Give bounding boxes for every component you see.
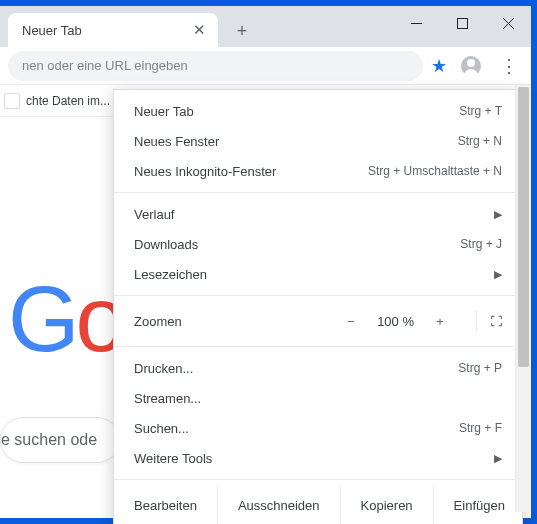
menu-item-downloads[interactable]: Downloads Strg + J bbox=[114, 229, 522, 259]
toolbar-right: ★ ⋮ bbox=[431, 52, 523, 80]
bookmark-item[interactable]: chte Daten im... bbox=[26, 94, 110, 108]
tab-title: Neuer Tab bbox=[22, 23, 82, 38]
cut-button[interactable]: Ausschneiden bbox=[217, 486, 340, 524]
profile-avatar-icon[interactable] bbox=[461, 56, 481, 76]
window-close-button[interactable] bbox=[485, 7, 531, 39]
browser-window: Neuer Tab ✕ + nen oder eine URL eingeben… bbox=[0, 6, 531, 518]
copy-button[interactable]: Kopieren bbox=[340, 486, 433, 524]
maximize-button[interactable] bbox=[439, 7, 485, 39]
paste-button[interactable]: Einfügen bbox=[433, 486, 525, 524]
scrollbar-thumb[interactable] bbox=[518, 87, 529, 367]
menu-item-history[interactable]: Verlauf ▶ bbox=[114, 199, 522, 229]
address-bar[interactable]: nen oder eine URL eingeben bbox=[8, 51, 423, 81]
menu-item-new-window[interactable]: Neues Fenster Strg + N bbox=[114, 126, 522, 156]
chevron-right-icon: ▶ bbox=[494, 208, 502, 221]
omnibox-text: nen oder eine URL eingeben bbox=[22, 58, 188, 73]
scrollbar-vertical[interactable] bbox=[515, 85, 531, 512]
menu-item-new-incognito[interactable]: Neues Inkognito-Fenster Strg + Umschaltt… bbox=[114, 156, 522, 186]
search-text: e suchen ode bbox=[1, 431, 97, 449]
bookmark-favicon-icon bbox=[4, 93, 20, 109]
svg-rect-1 bbox=[457, 18, 467, 28]
tab-active[interactable]: Neuer Tab ✕ bbox=[8, 13, 218, 47]
bookmark-star-icon[interactable]: ★ bbox=[431, 55, 447, 77]
search-input[interactable]: e suchen ode bbox=[0, 417, 120, 463]
menu-item-find[interactable]: Suchen... Strg + F bbox=[114, 413, 522, 443]
edit-label: Bearbeiten bbox=[114, 498, 217, 513]
menu-item-print[interactable]: Drucken... Strg + P bbox=[114, 353, 522, 383]
chevron-right-icon: ▶ bbox=[494, 452, 502, 465]
toolbar: nen oder eine URL eingeben ★ ⋮ bbox=[0, 47, 531, 85]
menu-item-edit: Bearbeiten Ausschneiden Kopieren Einfüge… bbox=[114, 486, 522, 524]
menu-item-zoom: Zoomen − 100 % + bbox=[114, 302, 522, 340]
chevron-right-icon: ▶ bbox=[494, 268, 502, 281]
menu-item-cast[interactable]: Streamen... bbox=[114, 383, 522, 413]
minimize-button[interactable] bbox=[393, 7, 439, 39]
menu-item-bookmarks[interactable]: Lesezeichen ▶ bbox=[114, 259, 522, 289]
fullscreen-icon[interactable] bbox=[476, 311, 502, 331]
titlebar: Neuer Tab ✕ + bbox=[0, 7, 531, 47]
close-icon[interactable]: ✕ bbox=[191, 21, 208, 39]
zoom-value: 100 % bbox=[377, 314, 414, 329]
new-tab-button[interactable]: + bbox=[228, 17, 256, 45]
zoom-out-button[interactable]: − bbox=[341, 314, 361, 329]
menu-item-new-tab[interactable]: Neuer Tab Strg + T bbox=[114, 96, 522, 126]
zoom-in-button[interactable]: + bbox=[430, 314, 450, 329]
window-controls bbox=[393, 7, 531, 39]
kebab-menu-icon[interactable]: ⋮ bbox=[495, 52, 523, 80]
main-menu: Neuer Tab Strg + T Neues Fenster Strg + … bbox=[113, 89, 523, 524]
menu-item-more-tools[interactable]: Weitere Tools ▶ bbox=[114, 443, 522, 473]
